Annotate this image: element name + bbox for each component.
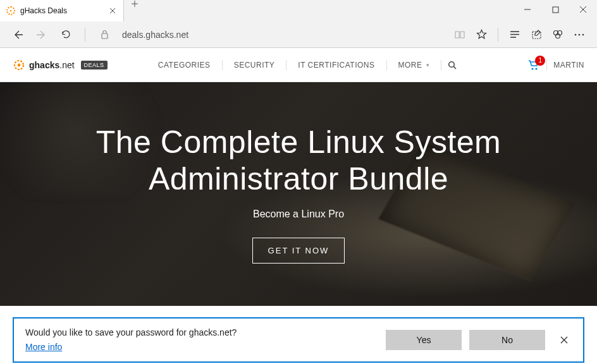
- new-tab-button[interactable]: [124, 0, 145, 8]
- back-button[interactable]: [8, 25, 28, 45]
- save-password-prompt: Would you like to save your password for…: [13, 317, 584, 363]
- nav-it-certifications[interactable]: IT CERTIFICATIONS: [286, 61, 386, 70]
- close-tab-icon[interactable]: [108, 6, 117, 15]
- hero-title: The Complete Linux SystemAdministrator B…: [71, 124, 527, 197]
- share-icon[interactable]: [548, 25, 568, 45]
- lock-icon: [94, 25, 114, 45]
- yes-button[interactable]: Yes: [386, 330, 462, 350]
- svg-rect-1: [102, 33, 108, 39]
- more-icon[interactable]: [569, 25, 589, 45]
- header-right: 1 MARTIN: [527, 59, 584, 71]
- user-name[interactable]: MARTIN: [553, 61, 584, 70]
- notification-area: Would you like to save your password for…: [0, 308, 597, 364]
- prompt-message: Would you like to save your password for…: [25, 327, 386, 337]
- cart-count-badge: 1: [535, 56, 545, 66]
- browser-toolbar: deals.ghacks.net: [0, 21, 597, 48]
- site-header: ghacks.net DEALS CATEGORIES SECURITY IT …: [0, 48, 597, 82]
- reading-view-icon[interactable]: [450, 25, 470, 45]
- logo-text: ghacks.net: [29, 60, 75, 70]
- svg-point-8: [582, 33, 584, 35]
- nav-categories[interactable]: CATEGORIES: [147, 61, 222, 70]
- browser-tab[interactable]: gHacks Deals: [0, 0, 124, 21]
- svg-point-13: [536, 68, 538, 70]
- logo-icon: [13, 59, 25, 71]
- close-prompt-icon[interactable]: [557, 332, 572, 348]
- hero-banner: The Complete Linux SystemAdministrator B…: [0, 82, 597, 306]
- chevron-down-icon: ▾: [426, 62, 430, 68]
- cart-button[interactable]: 1: [527, 59, 540, 71]
- svg-rect-0: [553, 7, 558, 13]
- forward-button[interactable]: [32, 25, 52, 45]
- tab-favicon: [6, 6, 15, 15]
- svg-point-6: [575, 33, 577, 35]
- search-icon[interactable]: [441, 61, 463, 70]
- nav-more[interactable]: MORE▾: [387, 61, 441, 70]
- hub-icon[interactable]: [505, 25, 525, 45]
- address-bar[interactable]: deals.ghacks.net: [118, 30, 446, 40]
- svg-point-12: [532, 68, 534, 70]
- minimize-button[interactable]: [514, 0, 541, 19]
- svg-point-11: [449, 61, 455, 67]
- cta-button[interactable]: GET IT NOW: [252, 238, 345, 264]
- main-nav: CATEGORIES SECURITY IT CERTIFICATIONS MO…: [82, 60, 528, 70]
- hero-subtitle: Become a Linux Pro: [253, 209, 344, 220]
- more-info-link[interactable]: More info: [25, 342, 62, 352]
- maximize-button[interactable]: [541, 0, 569, 19]
- no-button[interactable]: No: [469, 330, 545, 350]
- tab-title: gHacks Deals: [20, 6, 108, 15]
- svg-point-7: [579, 33, 581, 35]
- refresh-button[interactable]: [56, 25, 76, 45]
- nav-security[interactable]: SECURITY: [223, 61, 286, 70]
- favorite-icon[interactable]: [471, 25, 491, 45]
- close-window-button[interactable]: [569, 0, 597, 19]
- svg-point-10: [18, 63, 21, 66]
- notes-icon[interactable]: [526, 25, 546, 45]
- browser-titlebar: gHacks Deals: [0, 0, 597, 21]
- window-controls: [514, 0, 597, 19]
